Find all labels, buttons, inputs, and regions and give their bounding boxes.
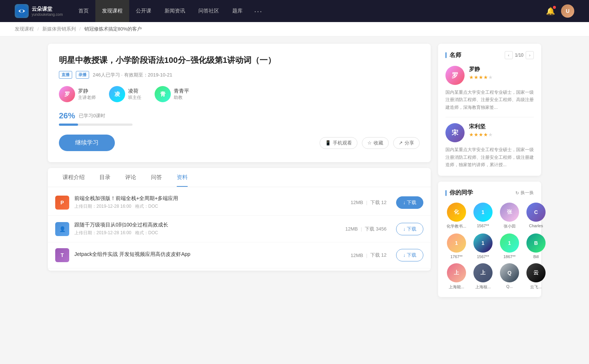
tab-item-4[interactable]: 资料 — [169, 168, 195, 187]
teacher-role-2: 助教 — [174, 94, 189, 101]
classmate-item-5[interactable]: 1 1567** — [472, 233, 494, 259]
refresh-label: 换一换 — [521, 190, 534, 196]
classmate-name-7: Bill — [525, 254, 547, 259]
nav-item-3[interactable]: 新闻资讯 — [158, 0, 192, 22]
teacher-name-0: 罗静 — [78, 88, 96, 94]
download-button-2[interactable]: ↓ 下载 — [396, 249, 423, 261]
tabs-card: 课程介绍目录评论问答资料 P 前端全栈加强版！前端全栈+全周期+多端应用 上传日… — [48, 168, 431, 271]
tab-item-3[interactable]: 问答 — [144, 168, 169, 187]
classmate-name-5: 1567** — [472, 254, 494, 259]
resource-icon-0: P — [55, 196, 69, 210]
classmate-name-3: Charles — [525, 224, 547, 228]
resource-item-2: T Jetpack全组件实战 开发短视频应用高仿皮皮虾App 12MB | 下载… — [48, 242, 431, 268]
classmate-item-8[interactable]: 上 上海能... — [445, 263, 468, 290]
classmate-item-10[interactable]: Q Q... — [498, 263, 521, 290]
download-button-0[interactable]: ↓ 下载 — [396, 196, 423, 209]
continue-study-button[interactable]: 继续学习 — [59, 135, 115, 151]
teacher-name-2: 青青平 — [174, 88, 189, 94]
tabs-header: 课程介绍目录评论问答资料 — [48, 168, 431, 187]
mobile-icon: 📱 — [325, 140, 331, 146]
classmate-item-11[interactable]: 云 云飞... — [525, 263, 547, 290]
star-icon: ☆ — [367, 140, 372, 146]
resource-title-1: 跟随千万级项目从0到100全过程高效成长 — [74, 222, 340, 228]
notification-bell[interactable]: 🔔 — [546, 7, 555, 15]
nav-item-0[interactable]: 首页 — [72, 0, 95, 22]
teacher-info-0: 罗静 主讲老师 — [78, 88, 96, 101]
badge-record: 录播 — [76, 71, 89, 79]
breadcrumb-link-2[interactable]: 新媒体营销系列 — [42, 26, 76, 32]
user-avatar[interactable]: U — [561, 4, 574, 18]
star-0-4: ★ — [488, 74, 493, 80]
teacher-info-2: 青青平 助教 — [174, 88, 189, 101]
logo[interactable]: 云朵课堂 yundouketang.com — [15, 4, 63, 18]
tab-item-0[interactable]: 课程介绍 — [55, 168, 92, 187]
resource-title-2: Jetpack全组件实战 开发短视频应用高仿皮皮虾App — [74, 251, 345, 258]
star-0-3: ★ — [483, 74, 488, 80]
tab-item-1[interactable]: 目录 — [92, 168, 118, 187]
teacher-item-2: 青 青青平 助教 — [155, 86, 189, 102]
sidebar-teacher-info-1: 宋利坚 ★★★★★ — [469, 123, 493, 138]
resource-icon-1: 👤 — [55, 222, 69, 236]
tab-item-2[interactable]: 评论 — [118, 168, 144, 187]
progress-bar-fill — [59, 124, 78, 126]
nav-item-5[interactable]: 题库 — [226, 0, 249, 22]
teachers-panel-title: 名师 — [445, 51, 461, 59]
sidebar-teacher-name-1: 宋利坚 — [469, 123, 493, 130]
classmates-refresh-btn[interactable]: ↻ 换一换 — [515, 190, 534, 196]
classmate-name-4: 1767** — [445, 254, 468, 259]
breadcrumb-sep-1: / — [38, 26, 39, 32]
prev-button[interactable]: ‹ — [505, 51, 513, 59]
nav-item-1[interactable]: 发现课程 — [95, 0, 129, 22]
mobile-watch-label: 手机观看 — [333, 140, 352, 146]
classmate-item-9[interactable]: 上 上海核... — [472, 263, 494, 290]
sidebar-teacher-1: 宋 宋利坚 ★★★★★ 国内某重点大学安全工程专业硕士，国家一级注册消防工程师、… — [445, 117, 534, 168]
classmate-name-1: 1567** — [472, 224, 494, 228]
nav-item-2[interactable]: 公开课 — [129, 0, 158, 22]
resource-item-1: 👤 跟随千万级项目从0到100全过程高效成长 上传日期：2019-12-28 1… — [48, 216, 431, 242]
collect-label: 收藏 — [374, 140, 383, 146]
classmate-item-6[interactable]: 1 1867** — [498, 233, 521, 259]
nav-items: 首页发现课程公开课新闻资讯问答社区题库··· — [72, 0, 546, 22]
next-button[interactable]: › — [526, 51, 534, 59]
sidebar-teacher-desc-1: 国内某重点大学安全工程专业硕士，国家一级注册消防工程师、注册安全工程师，级注册建… — [445, 146, 534, 168]
download-button-1[interactable]: ↓ 下载 — [396, 223, 423, 235]
classmate-item-2[interactable]: 张 张小田 — [498, 203, 521, 229]
mobile-watch-button[interactable]: 📱 手机观看 — [320, 137, 357, 149]
resource-info-2: Jetpack全组件实战 开发短视频应用高仿皮皮虾App — [74, 251, 345, 259]
teachers-page: 1/10 — [515, 53, 523, 58]
refresh-icon: ↻ — [515, 190, 519, 196]
teacher-role-1: 班主任 — [128, 94, 141, 101]
action-buttons-group: 📱 手机观看 ☆ 收藏 ↗ 分享 — [320, 137, 420, 149]
sidebar-teacher-0: 罗 罗静 ★★★★★ 国内某重点大学安全工程专业硕士，国家一级注册消防工程师、注… — [445, 66, 534, 111]
classmate-item-3[interactable]: C Charles — [525, 203, 547, 229]
nav-more[interactable]: ··· — [249, 0, 268, 22]
nav-item-4[interactable]: 问答社区 — [192, 0, 226, 22]
nav-right: 🔔 U — [546, 4, 574, 18]
classmates-grid: 化 化学教书... 1 1567** 张 张小田 C Charles 1 176… — [445, 203, 534, 290]
classmate-avatar-3: C — [526, 203, 546, 222]
classmate-item-1[interactable]: 1 1567** — [472, 203, 494, 229]
breadcrumb-link-1[interactable]: 发现课程 — [15, 26, 34, 32]
share-button[interactable]: ↗ 分享 — [393, 137, 420, 149]
sidebar-teacher-top-0: 罗 罗静 ★★★★★ — [445, 66, 534, 85]
classmate-item-4[interactable]: 1 1767** — [445, 233, 468, 259]
logo-svg — [15, 5, 28, 17]
resource-meta-0: 上传日期：2019-12-28 16:00 格式：DOC — [74, 203, 345, 210]
classmates-panel-header: 你的同学 ↻ 换一换 — [445, 189, 534, 197]
classmate-item-7[interactable]: B Bill — [525, 233, 547, 259]
classmate-name-10: Q... — [498, 284, 521, 289]
star-1-3: ★ — [483, 132, 488, 138]
classmate-name-6: 1867** — [498, 254, 521, 259]
share-label: 分享 — [405, 140, 414, 146]
classmate-avatar-6: 1 — [500, 233, 519, 253]
classmate-name-0: 化学教书... — [445, 224, 468, 229]
classmates-title-text: 你的同学 — [449, 189, 473, 197]
classmate-item-0[interactable]: 化 化学教书... — [445, 203, 468, 229]
progress-label-row: 26% 已学习0课时 — [59, 111, 420, 121]
classmate-avatar-5: 1 — [473, 233, 493, 253]
classmates-panel-title: 你的同学 — [445, 189, 473, 197]
star-1-0: ★ — [469, 132, 474, 138]
sidebar-teacher-stars-1: ★★★★★ — [469, 132, 493, 138]
collect-button[interactable]: ☆ 收藏 — [362, 137, 389, 149]
title-bar — [445, 52, 447, 58]
